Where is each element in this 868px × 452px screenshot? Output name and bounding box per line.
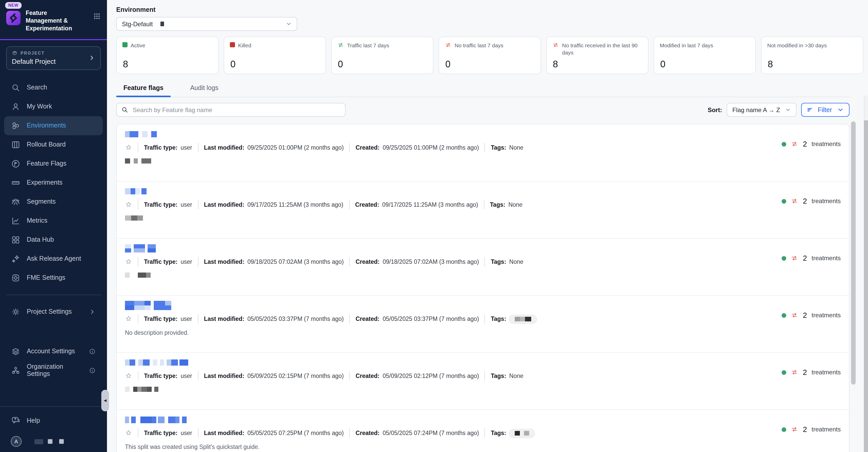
flag-name-redacted[interactable] (125, 131, 157, 137)
last-modified-value: 05/09/2025 02:15PM (7 months ago) (247, 373, 344, 379)
sidebar-item-label: Environments (27, 122, 66, 129)
sidebar-item-fme-settings[interactable]: FME Settings (4, 268, 103, 287)
redacted-tag-pill[interactable] (509, 429, 535, 438)
sidebar-item-metrics[interactable]: Metrics (4, 211, 103, 230)
flag-description-text: No description provided. (125, 330, 189, 336)
treatments-label: treatments (812, 312, 841, 319)
flag-name-redacted[interactable] (125, 416, 187, 423)
filter-label: Filter (817, 106, 832, 113)
sidebar-item-feature-flags[interactable]: Feature Flags (4, 154, 103, 173)
sidebar-nav: SearchMy WorkEnvironmentsRollout BoardFe… (0, 78, 107, 287)
sidebar-account-nav: Account SettingsOrganization Settings (0, 342, 107, 380)
flag-name-redacted[interactable] (125, 188, 147, 194)
sidebar-item-label: FME Settings (27, 274, 65, 281)
filter-button[interactable]: Filter (801, 103, 849, 117)
stat-card-label: No traffic received in the last 90 days (562, 42, 642, 56)
tags: Tags:None (490, 202, 523, 208)
user-avatar[interactable]: A (11, 436, 22, 447)
sidebar-item-label: Data Hub (27, 236, 54, 243)
redacted-block (524, 431, 529, 435)
redacted-block (520, 317, 525, 321)
sidebar-item-ask-release-agent[interactable]: Ask Release Agent (4, 249, 103, 268)
meta-separator (485, 428, 485, 438)
status-dot (782, 256, 786, 261)
sidebar-item-rollout-board[interactable]: Rollout Board (4, 135, 103, 154)
sidebar-item-experiments[interactable]: Experiments (4, 173, 103, 192)
flag-name-redacted[interactable] (125, 301, 171, 310)
sidebar-item-label: Metrics (27, 217, 48, 224)
tab-feature-flags[interactable]: Feature flags (116, 82, 171, 97)
sidebar-item-segments[interactable]: Segments (4, 192, 103, 211)
sort-select[interactable]: Flag name A → Z (726, 103, 797, 117)
stat-card-value: 0 (660, 59, 665, 70)
flag-search[interactable] (116, 103, 346, 117)
favorite-star-icon[interactable] (125, 429, 132, 436)
feature-flag-row[interactable]: Traffic type:userLast modified:05/05/202… (117, 410, 849, 452)
sidebar-header: NEW Feature Management & Experimentation (0, 0, 107, 40)
sidebar-item-organization-settings[interactable]: Organization Settings (4, 361, 103, 380)
sidebar-item-my-work[interactable]: My Work (4, 97, 103, 116)
feature-flag-row[interactable]: Traffic type:userLast modified:09/18/202… (117, 239, 849, 296)
sidebar-item-project-settings[interactable]: Project Settings (4, 302, 103, 321)
window-scrollbar-thumb[interactable] (864, 120, 868, 452)
last-modified-label: Last modified: (204, 202, 244, 208)
flag-description (125, 215, 841, 220)
app-launcher-icon[interactable] (93, 12, 101, 20)
search-input[interactable] (132, 106, 340, 114)
environment-select[interactable]: Stg-Default (116, 17, 297, 31)
redacted-block (515, 317, 520, 321)
feature-flag-row[interactable]: Traffic type:userLast modified:09/17/202… (117, 182, 849, 239)
created-value: 09/18/2025 07:02AM (3 months ago) (382, 259, 479, 265)
list-scrollbar-thumb[interactable] (851, 121, 856, 385)
created: Created:09/25/2025 01:00PM (2 months ago… (355, 145, 479, 151)
favorite-star-icon[interactable] (125, 144, 132, 151)
info-icon (89, 367, 96, 373)
favorite-star-icon[interactable] (125, 201, 132, 208)
feature-flag-row[interactable]: Traffic type:userLast modified:05/05/202… (117, 296, 849, 353)
tab-audit-logs[interactable]: Audit logs (183, 82, 226, 97)
sidebar-item-data-hub[interactable]: Data Hub (4, 230, 103, 249)
traffic-type: Traffic type:user (144, 202, 192, 208)
favorite-star-icon[interactable] (125, 258, 132, 265)
meta-separator (198, 314, 198, 324)
meta-separator (349, 200, 349, 209)
sidebar-collapse-handle[interactable]: ◀ (101, 390, 109, 411)
environment-label: Environment (116, 6, 868, 13)
stat-card: Not modified in >30 days8 (761, 36, 863, 74)
redacted-tag-pill[interactable] (509, 314, 537, 323)
sidebar-item-environments[interactable]: Environments (4, 116, 103, 135)
created-label: Created: (355, 373, 379, 379)
favorite-star-icon[interactable] (125, 315, 132, 323)
stat-card-value: 8 (553, 59, 558, 70)
flag-name-redacted[interactable] (125, 359, 188, 366)
favorite-star-icon[interactable] (125, 372, 132, 380)
sidebar-item-help[interactable]: Help (4, 411, 103, 430)
feature-flag-row[interactable]: Traffic type:userLast modified:09/25/202… (117, 124, 849, 182)
last-modified: Last modified:09/17/2025 11:25AM (3 mont… (204, 202, 343, 208)
redacted-block (147, 387, 152, 392)
description-redacted (125, 215, 143, 220)
ruler-icon (11, 178, 20, 187)
tags-label: Tags: (491, 373, 506, 379)
flag-meta-row: Traffic type:userLast modified:05/05/202… (125, 313, 841, 325)
redacted-block (59, 439, 64, 444)
project-switcher[interactable]: PROJECT Default Project (6, 46, 101, 70)
flag-description (125, 273, 841, 278)
project-box-icon (12, 50, 18, 56)
last-modified-value: 05/05/2025 07:25PM (7 months ago) (247, 430, 344, 436)
meta-separator (484, 200, 485, 209)
status-dot (782, 142, 786, 146)
sidebar-divider (6, 294, 101, 295)
feature-flag-row[interactable]: Traffic type:userLast modified:05/09/202… (117, 353, 849, 410)
meta-separator (138, 143, 138, 152)
sidebar-item-account-settings[interactable]: Account Settings (4, 342, 103, 361)
tags-label: Tags: (491, 430, 506, 436)
flag-meta-row: Traffic type:userLast modified:05/09/202… (125, 370, 841, 382)
traffic-type-value: user (181, 145, 192, 151)
created-value: 09/17/2025 11:25AM (3 months ago) (382, 202, 478, 208)
treatments-count: 2 (803, 425, 807, 433)
sidebar-item-search[interactable]: Search (4, 78, 103, 97)
meta-separator (349, 371, 350, 381)
window-scrollbar-track[interactable] (864, 96, 868, 452)
flag-name-redacted[interactable] (125, 244, 156, 252)
